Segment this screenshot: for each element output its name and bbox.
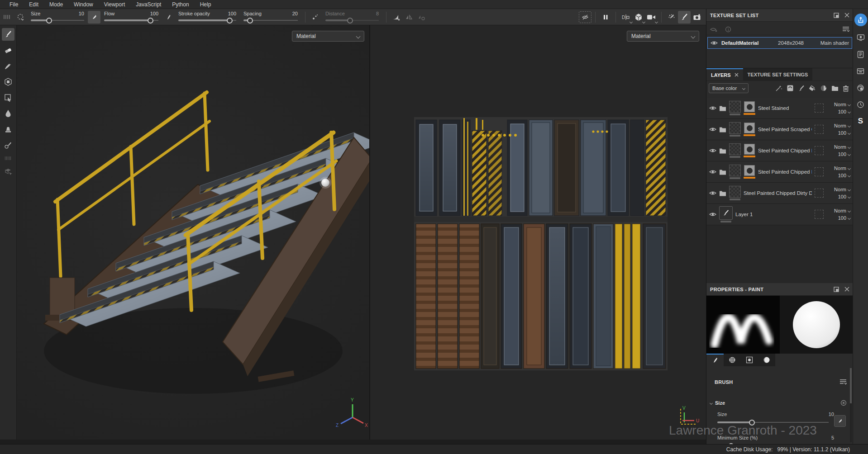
blend-mode-dropdown[interactable]: Norm <box>834 102 850 107</box>
reset-icon[interactable] <box>840 400 847 406</box>
visibility-eye-icon[interactable] <box>709 148 716 153</box>
share-export-button[interactable] <box>854 14 867 26</box>
snapshot-camera-icon[interactable] <box>691 11 703 24</box>
visibility-eye-icon[interactable] <box>711 40 718 46</box>
layer-thumbnail[interactable] <box>729 122 741 134</box>
viewport-3d[interactable]: Y X Z Material <box>17 25 369 440</box>
shading-mode-dropdown-2d[interactable]: Material <box>627 31 699 42</box>
size-value[interactable]: 10 <box>829 411 834 417</box>
projection-tool[interactable] <box>2 60 14 72</box>
visibility-eye-icon[interactable] <box>709 127 716 132</box>
mask-thumbnail[interactable] <box>744 165 755 176</box>
blend-mode-dropdown[interactable]: Norm <box>834 208 850 213</box>
layer-row[interactable]: Steel Painted Chipped D... Norm 100 <box>706 161 853 183</box>
clone-stamp-tool[interactable] <box>2 123 14 136</box>
visibility-eye-icon[interactable] <box>709 190 716 196</box>
alignment-icon[interactable] <box>14 11 27 24</box>
menu-mode[interactable]: Mode <box>44 0 68 9</box>
solo-visibility-icon[interactable]: 1 <box>725 26 732 33</box>
layer-row[interactable]: Steel Painted Scraped G... Norm 100 <box>706 119 853 140</box>
spacing-value[interactable]: 20 <box>292 11 298 16</box>
eraser-tool[interactable] <box>2 44 14 57</box>
paint-brush-tool[interactable] <box>2 28 14 41</box>
mask-thumbnail[interactable] <box>744 101 755 112</box>
float-panel-icon[interactable] <box>834 287 839 292</box>
shelf-button[interactable] <box>855 66 866 76</box>
tab-layers[interactable]: LAYERS <box>706 68 743 80</box>
symmetry-settings-icon[interactable] <box>415 11 428 24</box>
history-button[interactable] <box>855 99 866 110</box>
layer-row[interactable]: Steel Stained Norm 100 <box>706 98 853 119</box>
layer-thumbnail[interactable] <box>729 101 741 113</box>
mask-thumbnail[interactable] <box>744 123 755 133</box>
tab-alpha[interactable] <box>724 354 741 366</box>
layer-thumbnail[interactable] <box>729 165 741 176</box>
resources-drag-tool[interactable] <box>2 165 14 178</box>
menu-help[interactable]: Help <box>195 0 216 9</box>
opacity-dropdown[interactable]: 100 <box>838 130 850 136</box>
menu-edit[interactable]: Edit <box>24 0 43 9</box>
polygon-fill-tool[interactable] <box>2 76 14 88</box>
add-effect-wand-icon[interactable] <box>775 85 782 92</box>
texture-set-menu-icon[interactable] <box>842 26 849 33</box>
paint-mode-icon[interactable] <box>678 11 691 24</box>
viewer-settings-button[interactable] <box>855 82 866 93</box>
layer-thumbnail[interactable] <box>729 143 741 155</box>
viewport-layout-icon[interactable]: D <box>620 11 632 24</box>
material-picker-tool[interactable] <box>2 139 14 151</box>
properties-scrollbar[interactable] <box>850 368 852 442</box>
close-tab-icon[interactable] <box>734 73 739 77</box>
tab-stencil[interactable] <box>741 354 758 366</box>
menu-file[interactable]: File <box>5 0 23 9</box>
viewport-2d[interactable]: Material V U <box>370 25 706 440</box>
shading-mode-dropdown-3d[interactable]: Material <box>292 31 364 42</box>
size-value[interactable]: 10 <box>79 11 84 16</box>
blend-mode-dropdown[interactable]: Norm <box>834 166 850 171</box>
size-pressure-button[interactable] <box>834 415 846 427</box>
pause-engine-icon[interactable] <box>599 11 612 24</box>
display-settings-button[interactable] <box>855 32 866 43</box>
add-paint-layer-icon[interactable] <box>798 85 805 92</box>
layer-row[interactable]: Layer 1 Norm 100 <box>706 204 853 225</box>
flow-slider[interactable] <box>104 18 158 23</box>
collapse-chevron-icon[interactable] <box>710 401 713 404</box>
pen-pressure-icon[interactable] <box>162 11 175 24</box>
menu-python[interactable]: Python <box>167 0 194 9</box>
mask-thumbnail[interactable] <box>744 144 755 155</box>
toggle-all-visibility-icon[interactable] <box>710 26 718 33</box>
visibility-eye-icon[interactable] <box>709 105 716 111</box>
blend-mode-dropdown[interactable]: Norm <box>834 144 850 150</box>
stroke-opacity-slider[interactable] <box>178 18 236 23</box>
size-slider[interactable] <box>31 18 84 23</box>
size-slider[interactable] <box>717 420 829 425</box>
add-fill-layer-icon[interactable] <box>787 85 794 92</box>
camera-video-icon[interactable] <box>645 11 658 24</box>
smudge-tool[interactable] <box>2 107 14 120</box>
layer-thumbnail[interactable] <box>729 186 741 198</box>
brush-tip-icon[interactable] <box>88 11 100 24</box>
tab-brush[interactable] <box>706 354 724 366</box>
opacity-dropdown[interactable]: 100 <box>838 215 850 221</box>
visibility-eye-icon[interactable] <box>709 169 716 175</box>
layer-row[interactable]: Steel Painted Chipped Dirty D... Norm 10… <box>706 183 853 204</box>
falloff-curve-icon[interactable] <box>390 11 403 24</box>
visibility-eye-icon[interactable] <box>709 212 716 217</box>
tab-texture-set-settings[interactable]: TEXTURE SET SETTINGS <box>743 68 813 80</box>
add-smart-mask-icon[interactable] <box>820 85 827 92</box>
smart-selection-tool[interactable] <box>2 91 14 104</box>
close-panel-icon[interactable] <box>844 13 849 18</box>
tab-material[interactable] <box>758 354 775 366</box>
group-folder-icon[interactable] <box>831 85 839 91</box>
opacity-dropdown[interactable]: 100 <box>838 151 850 157</box>
paint-layer-thumbnail[interactable] <box>719 206 733 220</box>
menu-window[interactable]: Window <box>69 0 98 9</box>
log-button[interactable] <box>855 49 866 60</box>
blend-mode-dropdown[interactable]: Norm <box>834 187 850 192</box>
opacity-dropdown[interactable]: 100 <box>838 109 850 114</box>
symmetry-icon[interactable] <box>403 11 415 24</box>
particles-icon[interactable] <box>665 11 678 24</box>
flow-value[interactable]: 100 <box>150 11 158 16</box>
delete-trash-icon[interactable] <box>843 85 849 92</box>
close-panel-icon[interactable] <box>844 287 849 292</box>
layer-row[interactable]: Steel Painted Chipped D... Norm 100 <box>706 140 853 161</box>
